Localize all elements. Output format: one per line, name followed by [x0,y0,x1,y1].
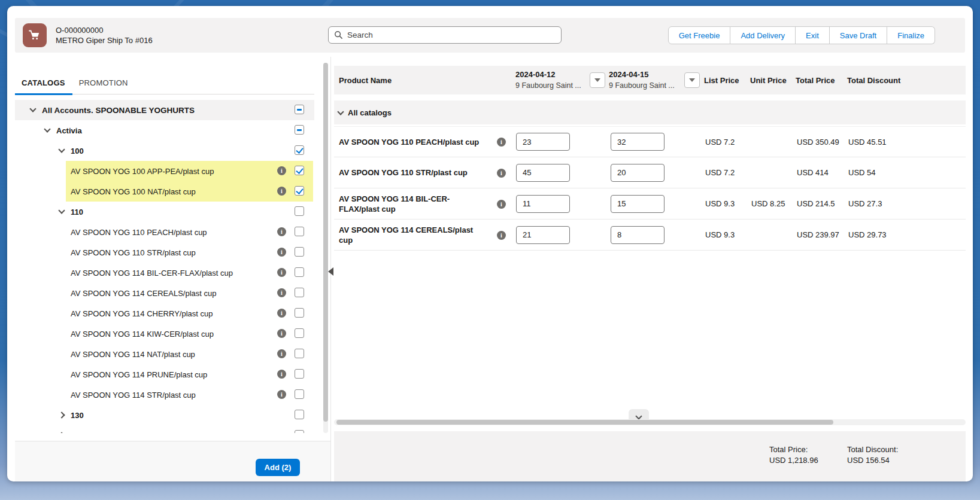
qty-input-date2[interactable] [611,164,665,182]
checkbox[interactable] [295,308,304,318]
search-icon [334,31,343,39]
tab[interactable]: CATALOGS [15,78,72,95]
search-box[interactable] [328,26,562,44]
tree-item-label: 110 [71,208,83,217]
info-icon[interactable] [277,329,286,338]
tree-row[interactable]: AV SPOON YOG 114 NAT/plast cup [15,344,314,364]
tree-item-label: AV SPOON YOG 100 NAT/plast cup [71,187,196,196]
checkbox[interactable] [295,430,304,433]
tree-row[interactable]: AV SPOON YOG 110 PEACH/plast cup [15,222,314,242]
checkbox[interactable] [295,267,304,277]
checkbox[interactable] [295,186,304,196]
checkbox[interactable] [295,349,304,358]
info-icon[interactable] [277,370,286,379]
tab[interactable]: PROMOTION [72,78,135,95]
header-action-button[interactable]: Finalize [887,26,935,44]
chevron-icon[interactable] [58,432,65,433]
qty-input-date1[interactable] [516,226,570,244]
search-input[interactable] [347,31,556,39]
checkbox[interactable] [295,227,304,236]
tree-row[interactable]: AV SPOON YOG 114 CEREALS/plast cup [15,283,314,303]
col-total-price: Total Price [796,76,835,85]
checkbox[interactable] [295,247,304,257]
checkbox[interactable] [295,410,304,419]
qty-input-date1[interactable] [516,195,570,213]
panel-splitter[interactable] [330,57,331,481]
tree-row[interactable]: AV SPOON YOG 110 STR/plast cup [15,242,314,263]
date1-dropdown-button[interactable] [590,72,605,88]
chevron-icon[interactable] [29,105,36,112]
checkbox[interactable] [295,328,304,338]
date2-dropdown-button[interactable] [684,72,700,88]
left-panel-scrollbar[interactable] [323,63,328,433]
tree-row[interactable]: AV SPOON YOG 114 STR/plast cup [15,385,314,405]
tree-item-label: All Accounts. SPOONABLE YOGHURTS [42,106,195,115]
chevron-icon[interactable] [58,411,65,418]
collapse-left-icon[interactable] [328,267,333,276]
table-header: Product Name 2024-04-12 9 Faubourg Saint… [334,66,966,94]
chevron-down-icon[interactable] [337,108,344,115]
catalog-group-row[interactable]: All catalogs [334,100,966,124]
tree-item-label: AV SPOON YOG 100 APP-PEA/plast cup [71,167,214,176]
checkbox[interactable] [295,288,304,297]
chevron-icon[interactable] [58,146,65,153]
header-action-button[interactable]: Save Draft [830,26,887,44]
info-icon[interactable] [277,349,286,358]
tree-row[interactable]: AV SPOON YOG 114 CHERRY/plast cup [15,303,314,324]
qty-input-date2[interactable] [611,195,665,213]
horizontal-scrollbar[interactable] [334,419,966,425]
info-icon[interactable] [277,309,286,318]
left-panel-footer: Add (2) [15,441,330,481]
chevron-icon[interactable] [44,126,50,132]
tree-row[interactable]: AV SPOON YOG 114 BIL-CER-FLAX/plast cup [15,263,314,283]
tree-row[interactable]: AV SPOON YOG 114 PRUNE/plast cup [15,364,314,385]
list-price: USD 7.2 [705,138,751,147]
checkbox[interactable] [295,369,304,379]
checkbox[interactable] [295,206,304,216]
qty-input-date1[interactable] [516,133,570,151]
header-action-button[interactable]: Exit [796,26,830,44]
scrollbar-thumb[interactable] [336,420,833,425]
info-icon[interactable] [277,187,286,196]
totals-footer: Total Price: USD 1,218.96 Total Discount… [334,431,966,481]
qty-input-date2[interactable] [611,133,665,151]
qty-input-date2[interactable] [611,226,665,244]
checkbox[interactable] [295,145,304,155]
tree-row[interactable]: 130 [15,405,314,425]
checkbox[interactable] [295,105,304,114]
date1-address: 9 Faubourg Saint ... [515,80,581,91]
checkbox[interactable] [295,125,304,135]
tree-row[interactable]: 150 [15,425,314,433]
info-icon[interactable] [277,166,286,175]
tree-row[interactable]: AV SPOON YOG 100 APP-PEA/plast cup [15,161,314,181]
tree-row[interactable]: AV SPOON YOG 114 KIW-CER/plast cup [15,324,314,344]
order-name: METRO Giper Ship To #016 [56,35,153,45]
info-icon[interactable] [497,169,506,178]
header-action-button[interactable]: Add Delivery [730,26,796,44]
info-icon[interactable] [277,248,286,257]
total-price: USD 214.5 [797,199,848,208]
total-discount-block: Total Discount: USD 156.54 [847,444,898,466]
checkbox[interactable] [295,389,304,399]
tree-row[interactable]: 100 [15,141,314,161]
info-icon[interactable] [277,390,286,399]
info-icon[interactable] [277,268,286,277]
tree-row[interactable]: 110 [15,202,314,222]
tree-item-label: AV SPOON YOG 114 CEREALS/plast cup [71,289,217,298]
info-icon[interactable] [277,288,286,297]
tree-row[interactable]: AV SPOON YOG 100 NAT/plast cup [15,181,314,202]
scrollbar-thumb[interactable] [323,63,328,422]
product-row: AV SPOON YOG 110 PEACH/plast cup USD 7.2… [334,126,966,157]
tree-row[interactable]: All Accounts. SPOONABLE YOGHURTS [15,100,314,120]
chevron-icon[interactable] [58,207,65,214]
qty-input-date1[interactable] [516,164,570,182]
header-action-button[interactable]: Get Freebie [668,26,731,44]
info-icon[interactable] [277,227,286,236]
info-icon[interactable] [497,138,506,147]
date2-address: 9 Faubourg Saint ... [609,80,675,91]
info-icon[interactable] [497,231,506,240]
add-button[interactable]: Add (2) [256,459,300,476]
tree-row[interactable]: Activia [15,120,314,141]
checkbox[interactable] [295,166,304,175]
info-icon[interactable] [497,200,506,209]
